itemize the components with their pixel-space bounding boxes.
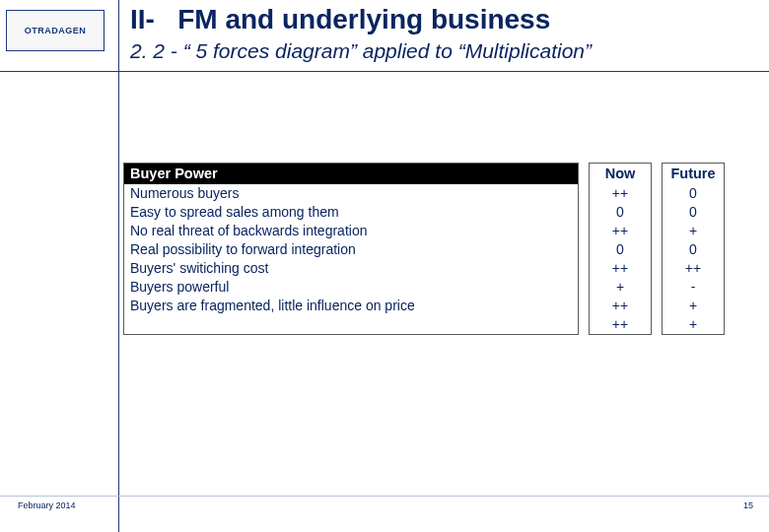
future-value: - [663, 278, 724, 297]
future-value: 0 [663, 203, 724, 222]
now-value: ++ [590, 297, 651, 315]
future-value: 0 [663, 240, 724, 259]
factor-row [124, 315, 578, 334]
now-value: 0 [590, 240, 651, 259]
factor-row: No real threat of backwards integration [124, 222, 578, 240]
now-header: Now [590, 164, 651, 184]
future-value: + [663, 315, 724, 334]
factor-row: Numerous buyers [124, 184, 578, 203]
now-column: Now ++ 0 ++ 0 ++ + ++ ++ [589, 163, 652, 335]
vertical-divider [118, 0, 119, 532]
footer-rule [0, 496, 769, 497]
now-value: ++ [590, 315, 651, 334]
factor-row: Easy to spread sales among them [124, 203, 578, 222]
factor-row: Buyers are fragmented, little influence … [124, 297, 578, 315]
future-value: 0 [663, 184, 724, 203]
now-value: 0 [590, 203, 651, 222]
forces-table: Buyer Power Numerous buyers Easy to spre… [123, 163, 759, 335]
now-value: + [590, 278, 651, 297]
footer-date: February 2014 [18, 500, 76, 510]
future-value: + [663, 222, 724, 240]
factor-row: Real possibility to forward integration [124, 240, 578, 259]
slide-subtitle: 2. 2 - “ 5 forces diagram” applied to “M… [130, 39, 592, 63]
logo-text: OTRADAGEN [25, 26, 87, 35]
factor-row: Buyers powerful [124, 278, 578, 297]
future-header: Future [663, 164, 724, 184]
slide-title: II- FM and underlying business [130, 4, 550, 35]
now-value: ++ [590, 184, 651, 203]
factor-column: Buyer Power Numerous buyers Easy to spre… [123, 163, 579, 335]
now-value: ++ [590, 259, 651, 278]
footer-page-number: 15 [743, 500, 753, 510]
future-value: + [663, 297, 724, 315]
company-logo: OTRADAGEN [6, 10, 105, 51]
now-value: ++ [590, 222, 651, 240]
header-rule [0, 71, 769, 72]
slide-content: Buyer Power Numerous buyers Easy to spre… [123, 163, 759, 335]
slide-header: OTRADAGEN II- FM and underlying business… [0, 0, 769, 74]
future-column: Future 0 0 + 0 ++ - + + [662, 163, 725, 335]
factor-header: Buyer Power [124, 164, 578, 184]
future-value: ++ [663, 259, 724, 278]
factor-row: Buyers' switiching cost [124, 259, 578, 278]
